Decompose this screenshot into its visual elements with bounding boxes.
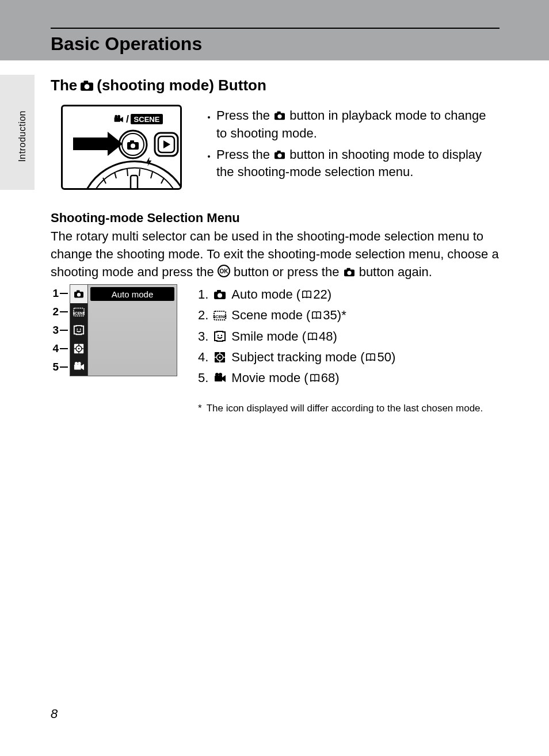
text: Smile mode ( [231, 329, 306, 343]
scene-icon [213, 310, 227, 321]
body-text: The rotary multi selector can be used in… [51, 228, 500, 281]
text: button again. [356, 265, 432, 279]
footnote-marker: * [198, 403, 202, 414]
camera-icon [273, 110, 286, 121]
callout-num: 5 [47, 361, 59, 373]
list-item: 3. Smile mode (48) [198, 326, 497, 347]
scene-plate: SCENE [134, 115, 160, 124]
callout-num: 4 [47, 342, 59, 355]
mode-list: 1. Auto mode (22) 2. Scene mode (35)* 3.… [198, 284, 497, 388]
svg-rect-26 [73, 138, 108, 150]
camera-icon [213, 289, 227, 300]
side-label: Introduction [17, 110, 28, 162]
svg-line-33 [127, 169, 128, 176]
num: 1. [198, 284, 208, 305]
text: Press the [216, 108, 273, 123]
svg-point-40 [78, 348, 80, 349]
num: 3. [198, 326, 208, 347]
list-item: Press the button in playback mode to cha… [216, 107, 497, 143]
list-item: Press the button in shooting mode to dis… [216, 146, 497, 182]
text: ) [335, 371, 339, 385]
menu-panel: Auto mode [87, 285, 177, 376]
smile-icon [213, 330, 227, 343]
camera-icon [343, 267, 356, 277]
bullet-list: Press the button in playback mode to cha… [198, 107, 497, 185]
list-item: 5. Movie mode (68) [198, 368, 497, 388]
list-item: 4. Subject tracking mode (50) [198, 347, 497, 368]
num: 2. [198, 305, 208, 326]
page-ref: 22 [313, 287, 327, 301]
page-ref: 35 [323, 308, 337, 322]
page-ref: 48 [319, 329, 333, 343]
movie-icon [70, 357, 87, 376]
ok-icon [218, 265, 230, 277]
text: button or press the [230, 265, 343, 279]
text: Movie mode ( [231, 371, 308, 385]
callout-num: 1 [47, 287, 59, 300]
footnote: * The icon displayed will differ accordi… [198, 403, 500, 414]
text: ) [333, 329, 337, 343]
smile-icon [70, 321, 87, 339]
subsection-title: Shooting-mode Selection Menu [51, 211, 240, 226]
page-ref: 50 [377, 350, 391, 364]
text: ) [327, 287, 331, 301]
svg-line-35 [151, 172, 152, 178]
section-title-pre: The [51, 77, 77, 94]
page-ref: 68 [321, 371, 335, 385]
subject-tracking-icon [70, 339, 87, 358]
book-icon [306, 331, 319, 342]
footnote-text: The icon displayed will differ according… [207, 403, 483, 414]
scene-icon [70, 303, 87, 322]
book-icon [308, 373, 321, 383]
text: Auto mode ( [231, 287, 300, 301]
menu-icon-strip [70, 285, 87, 376]
camera-icon [273, 150, 286, 160]
camera-diagram: / SCENE [61, 105, 182, 190]
svg-line-32 [115, 172, 116, 178]
camera-icon [79, 79, 94, 92]
text: Scene mode ( [231, 308, 310, 322]
movie-icon [213, 372, 227, 384]
text: Press the [216, 147, 273, 162]
svg-rect-37 [131, 175, 138, 190]
page-number: 8 [51, 707, 58, 721]
num: 5. [198, 368, 208, 388]
callout-num: 2 [47, 306, 59, 318]
text: Subject tracking mode ( [231, 350, 364, 364]
subject-tracking-icon [213, 351, 227, 364]
text: ) [391, 350, 395, 364]
header-rule [51, 28, 500, 29]
list-item: 2. Scene mode (35)* [198, 305, 497, 326]
svg-line-36 [161, 178, 164, 184]
section-title: The (shooting mode) Button [51, 77, 266, 94]
chapter-title: Basic Operations [51, 33, 202, 55]
menu-figure: 1 2 3 4 5 Auto mode [47, 284, 180, 376]
book-icon [300, 289, 313, 300]
svg-text:/: / [126, 113, 129, 125]
camera-icon [70, 285, 87, 303]
svg-line-34 [139, 169, 140, 176]
menu-selected-label: Auto mode [90, 287, 174, 301]
book-icon [310, 310, 323, 320]
list-item: 1. Auto mode (22) [198, 284, 497, 305]
text: )* [337, 308, 346, 322]
num: 4. [198, 347, 208, 368]
section-title-post: (shooting mode) Button [97, 77, 266, 94]
book-icon [364, 352, 377, 362]
callout-num: 3 [47, 324, 59, 337]
